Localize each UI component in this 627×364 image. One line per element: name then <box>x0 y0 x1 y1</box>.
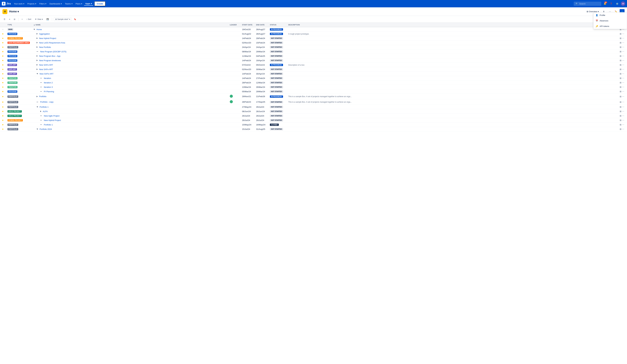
row-grid-button[interactable]: ⊞ <box>620 64 622 66</box>
nav-plans[interactable]: Plans ▾ <box>74 2 84 5</box>
sample-view-button[interactable]: ⊞ Sample view* ▾ <box>54 17 71 21</box>
jira-logo[interactable]: Jira <box>2 2 11 5</box>
row-more-button[interactable]: ⋯ <box>622 55 624 57</box>
row-grid-button[interactable]: ⊞ <box>620 46 622 48</box>
row-more-button[interactable]: ⋯ <box>622 64 624 66</box>
favorite-star[interactable]: ★ <box>2 119 4 121</box>
collapse-icon[interactable] <box>37 73 38 74</box>
row-name-link[interactable]: New Program (DOCBP-1575) <box>40 50 66 53</box>
row-name-link[interactable]: Portfolio 2024 <box>40 128 52 130</box>
notifications-button[interactable]: 🔔 9+ <box>603 1 607 6</box>
nav-teams[interactable]: Teams ▾ <box>64 2 74 5</box>
favorite-star[interactable]: ★ <box>2 77 4 79</box>
expand-icon[interactable] <box>37 96 38 97</box>
row-name-link[interactable]: ALFA <box>43 110 48 113</box>
help-button[interactable]: ❓ <box>609 1 614 6</box>
favorite-star[interactable]: ★ <box>2 95 4 98</box>
row-grid-button[interactable]: ⊞ <box>620 119 622 121</box>
row-name-link[interactable]: New Portfolio <box>39 46 51 48</box>
home-title[interactable]: Home ▾ <box>9 10 19 13</box>
row-grid-button[interactable]: ⊞ <box>620 77 622 79</box>
row-more-button[interactable]: ⋯ <box>622 59 624 62</box>
row-grid-button[interactable]: ⊞ <box>620 101 622 103</box>
favorite-star[interactable]: ★ <box>2 37 4 40</box>
row-more-button[interactable]: ⋯ <box>622 101 624 103</box>
collapse-icon[interactable] <box>37 129 38 130</box>
row-more-button[interactable]: ⋯ <box>622 68 624 71</box>
row-more-button[interactable]: ⋯ <box>622 33 624 35</box>
row-grid-button[interactable]: ⊞ <box>620 128 622 130</box>
favorite-star[interactable]: ★ <box>2 55 4 57</box>
row-grid-button[interactable]: ⊞ <box>620 95 622 98</box>
row-more-button[interactable]: ⋯ <box>622 95 624 98</box>
absences-menu-item[interactable]: 📅 Absences <box>593 18 627 23</box>
row-grid-button[interactable]: ⊞ <box>620 37 622 40</box>
row-grid-button[interactable]: ⊞ <box>620 106 622 108</box>
favorite-star[interactable]: ★ <box>2 28 4 31</box>
expand-icon[interactable] <box>37 42 38 44</box>
favorite-star[interactable]: ★ <box>2 81 4 84</box>
col-header-status[interactable]: STATUS <box>268 23 286 27</box>
col-header-start[interactable]: START DATE <box>240 23 254 27</box>
row-name-link[interactable]: New Hybrid Project <box>39 37 56 40</box>
favorite-star[interactable]: ★ <box>2 64 4 66</box>
collapse-icon[interactable] <box>34 29 35 30</box>
expand-icon[interactable] <box>37 38 38 39</box>
row-name-link[interactable]: New SAFe ART <box>40 73 53 75</box>
row-name-link[interactable]: Iteration 2 <box>44 82 53 84</box>
row-grid-button[interactable]: ⊞ <box>620 42 622 44</box>
row-name-link[interactable]: Iteration 3 <box>44 86 53 88</box>
row-grid-button[interactable]: ⊞ <box>620 50 622 53</box>
search-box[interactable]: 🔍 Search <box>574 2 601 6</box>
row-more-button[interactable]: ⋯ <box>622 37 624 40</box>
row-grid-button[interactable]: ⊞ <box>620 123 622 126</box>
row-name-link[interactable]: New Program Box - App <box>39 55 60 57</box>
row-name-link[interactable]: New LeSS Requirement Area <box>39 42 65 44</box>
favorite-star[interactable]: ★ <box>2 73 4 75</box>
favorite-star[interactable]: ★ <box>2 106 4 108</box>
nav-dashboards[interactable]: Dashboards ▾ <box>48 2 63 5</box>
row-more-button[interactable]: ⋯ <box>622 123 624 126</box>
row-more-button[interactable]: ⋯ <box>622 119 624 121</box>
collapse-icon[interactable] <box>37 106 38 107</box>
board-view-button[interactable]: ⊟ <box>12 18 16 21</box>
create-button[interactable]: Create <box>95 1 105 6</box>
row-grid-button[interactable]: ⊞ <box>620 115 622 117</box>
row-name-link[interactable]: PI Planning <box>44 91 54 93</box>
profile-menu-item[interactable]: 👤 Profile <box>593 12 627 18</box>
row-name-link[interactable]: New Program timeboxes <box>39 59 61 62</box>
row-name-link[interactable]: Portfolio - copy <box>40 101 53 103</box>
row-name-link[interactable]: New Hybrid Project <box>44 119 61 121</box>
favorite-star[interactable]: ★ <box>2 110 4 113</box>
favorite-star[interactable]: ★ <box>2 33 4 35</box>
row-more-button[interactable]: ⋯ <box>622 50 624 53</box>
col-header-end[interactable]: END DATE <box>254 23 268 27</box>
sort-button[interactable]: ↕ Sort <box>25 18 32 21</box>
row-grid-button[interactable]: ⊞ <box>620 73 622 75</box>
expand-icon[interactable] <box>37 60 38 61</box>
settings-button[interactable]: ⚙️ <box>615 1 620 6</box>
row-more-button[interactable]: ⋯ <box>622 77 624 79</box>
expand-icon[interactable] <box>37 55 38 57</box>
row-more-button[interactable]: ⋯ <box>622 42 624 44</box>
favorite-star[interactable]: ★ <box>2 68 4 71</box>
col-header-description[interactable]: DESCRIPTION <box>286 23 618 27</box>
expand-icon[interactable] <box>37 33 38 35</box>
row-more-button[interactable]: ⋯ <box>622 110 624 113</box>
row-name-link[interactable]: Home <box>37 28 42 31</box>
add-button[interactable]: + <box>20 18 24 21</box>
row-more-button[interactable]: ⋯ <box>622 81 624 84</box>
compact-view-button[interactable]: ≡ <box>8 18 11 21</box>
favorite-star[interactable]: ★ <box>2 123 4 126</box>
favorite-star[interactable]: ★ <box>2 46 4 48</box>
row-name-link[interactable]: Portfolio 1 <box>40 106 49 108</box>
nav-projects[interactable]: Projects ▾ <box>26 2 38 5</box>
row-name-link[interactable]: Portfolio <box>39 95 47 97</box>
favorite-star[interactable]: ★ <box>2 86 4 88</box>
row-more-button[interactable]: ⋯ <box>622 86 624 88</box>
autosave-button[interactable]: 💾 <box>45 18 50 21</box>
row-more-button[interactable]: ⋯ <box>622 46 624 48</box>
nav-filters[interactable]: Filters ▾ <box>38 2 48 5</box>
row-name-link[interactable]: New SAFe ART <box>39 68 53 71</box>
favorite-star[interactable]: ★ <box>2 59 4 62</box>
